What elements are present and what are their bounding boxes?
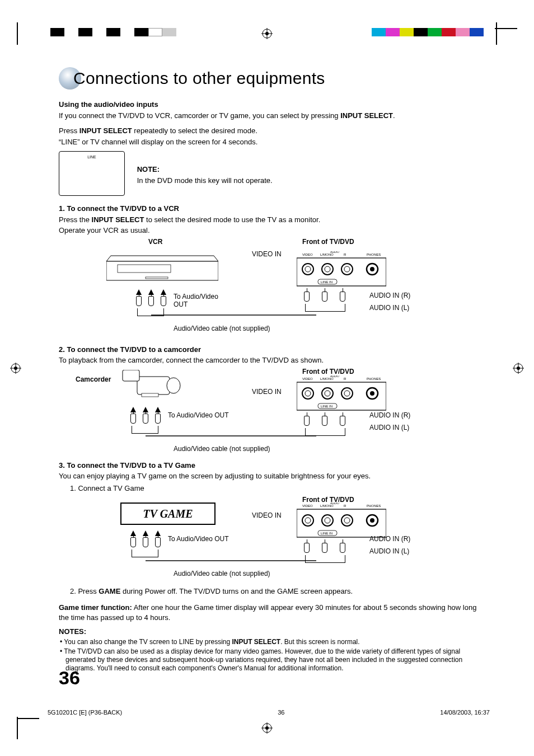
- svg-point-62: [344, 518, 350, 523]
- svg-text:AUDIO: AUDIO: [330, 251, 339, 253]
- page-title: Connections to other equipments: [73, 69, 325, 88]
- svg-point-23: [322, 264, 333, 275]
- svg-point-43: [322, 388, 333, 399]
- note-body: In the DVD mode this key will not operat…: [137, 176, 273, 186]
- label-audio-in-l-3: AUDIO IN (L): [369, 547, 409, 555]
- using-p2: Press INPUT SELECT repeatedly to select …: [59, 126, 481, 136]
- svg-marker-12: [106, 256, 218, 261]
- svg-point-11: [517, 367, 520, 370]
- sec3-p1: You can enjoy playing a TV game on the s…: [59, 471, 481, 481]
- svg-point-61: [341, 515, 353, 526]
- footer: 5G10201C [E] (P36-BACK) 36 14/08/2003, 1…: [48, 709, 490, 716]
- svg-text:AUDIO: AUDIO: [330, 375, 339, 378]
- sec2-p1: To playback from the camcorder, connect …: [59, 355, 481, 365]
- game-timer: Game timer function: After one hour the …: [59, 603, 481, 622]
- svg-point-44: [325, 391, 330, 396]
- label-to-av-out-3: To Audio/Video OUT: [168, 535, 229, 543]
- tvgame-box: TV GAME: [120, 503, 216, 525]
- svg-point-41: [302, 388, 313, 399]
- svg-text:AUDIO: AUDIO: [330, 503, 339, 505]
- sec3-step1: 1. Connect a TV Game: [70, 483, 481, 494]
- svg-point-22: [305, 266, 311, 272]
- label-audio-in-r: AUDIO IN (R): [369, 292, 410, 299]
- footer-right: 14/08/2003, 16:37: [440, 709, 490, 716]
- svg-point-21: [302, 264, 313, 275]
- tv-screen-illustration: LINE: [59, 151, 125, 196]
- panel-video: VIDEO: [302, 253, 313, 256]
- svg-rect-32: [123, 370, 139, 381]
- label-to-av-out: To Audio/Video OUT: [174, 293, 229, 308]
- sec1-p2: Operate your VCR as usual.: [59, 226, 481, 236]
- svg-point-60: [325, 518, 330, 523]
- label-audio-in-r-3: AUDIO IN (R): [369, 535, 410, 543]
- label-cable-note-3: Audio/Video cable (not supplied): [174, 570, 270, 577]
- using-p3: “LINE” or TV channel will display on the…: [59, 137, 481, 147]
- svg-point-7: [14, 367, 17, 370]
- heading-camcorder: 2. To connect the TV/DVD to a camcorder: [59, 345, 481, 355]
- svg-point-46: [344, 391, 350, 396]
- footer-left: 5G10201C [E] (P36-BACK): [48, 709, 122, 716]
- svg-text:VIDEO: VIDEO: [302, 504, 313, 508]
- svg-point-28: [370, 267, 374, 271]
- svg-text:VIDEO: VIDEO: [302, 377, 313, 381]
- label-to-av-out-2: To Audio/Video OUT: [168, 411, 229, 419]
- note-1: • You can also change the TV screen to L…: [60, 638, 481, 646]
- svg-rect-56: [297, 509, 386, 537]
- svg-rect-14: [118, 265, 171, 273]
- diagram-camcorder: Camcorder Front of TV/DVD VIDEO IN To Au…: [59, 368, 481, 457]
- svg-point-25: [341, 264, 353, 275]
- label-audio-in-l-2: AUDIO IN (L): [369, 424, 409, 431]
- label-video-in-3: VIDEO IN: [252, 511, 282, 519]
- sec1-p1: Press the INPUT SELECT to select the des…: [59, 215, 481, 225]
- label-cable-note: Audio/Video cable (not supplied): [174, 325, 270, 332]
- label-front-tvdvd: Front of TV/DVD: [302, 238, 354, 246]
- label-camcorder: Camcorder: [76, 375, 111, 383]
- heading-vcr: 1. To connect the TV/DVD to a VCR: [59, 204, 481, 214]
- svg-point-26: [344, 266, 350, 272]
- label-video-in: VIDEO IN: [252, 250, 282, 258]
- using-p1: If you connect the TV/DVD to VCR, camcor…: [59, 111, 481, 121]
- label-video-in-2: VIDEO IN: [252, 388, 282, 396]
- note-heading: NOTE:: [137, 165, 273, 175]
- svg-point-48: [370, 391, 374, 396]
- svg-point-24: [325, 266, 330, 272]
- svg-text:LINE IN: LINE IN: [321, 405, 332, 408]
- notes-heading: NOTES:: [59, 627, 481, 637]
- diagram-vcr: VCR Front of TV/DVD VIDEO IN To Audio/Vi…: [59, 238, 481, 341]
- label-front-tvdvd-2: Front of TV/DVD: [302, 368, 354, 375]
- svg-text:R: R: [344, 253, 346, 256]
- diagram-tvgame: Front of TV/DVD VIDEO IN TV GAME To Audi…: [59, 496, 481, 585]
- svg-text:PHONES: PHONES: [367, 504, 381, 508]
- svg-point-57: [302, 515, 313, 526]
- svg-rect-20: [297, 258, 386, 286]
- svg-point-42: [305, 391, 311, 396]
- label-vcr: VCR: [148, 238, 162, 246]
- heading-tvgame: 3. To connect the TV/DVD to a TV Game: [59, 461, 481, 471]
- label-audio-in-r-2: AUDIO IN (R): [369, 411, 410, 419]
- svg-text:LINE IN: LINE IN: [321, 532, 332, 535]
- svg-point-33: [167, 378, 180, 393]
- svg-point-3: [265, 32, 269, 35]
- svg-rect-34: [142, 393, 158, 397]
- svg-point-45: [341, 388, 353, 399]
- svg-rect-15: [146, 277, 168, 279]
- svg-text:PHONES: PHONES: [367, 253, 381, 256]
- heading-using-av: Using the audio/video inputs: [59, 100, 481, 110]
- svg-point-59: [322, 515, 333, 526]
- page-number: 36: [59, 667, 80, 689]
- footer-mid: 36: [278, 709, 284, 716]
- label-cable-note-2: Audio/Video cable (not supplied): [174, 445, 270, 453]
- note-2: • The TV/DVD can also be used as a displ…: [60, 647, 481, 673]
- svg-point-64: [370, 518, 374, 523]
- svg-rect-40: [297, 382, 386, 410]
- svg-text:PHONES: PHONES: [367, 377, 381, 381]
- svg-text:R: R: [344, 377, 346, 381]
- svg-rect-31: [137, 377, 170, 395]
- sec3-step2: 2. Press GAME during Power off. The TV/D…: [70, 586, 481, 597]
- label-audio-in-l: AUDIO IN (L): [369, 304, 409, 312]
- svg-point-58: [305, 518, 311, 523]
- svg-point-70: [265, 726, 269, 730]
- svg-text:R: R: [344, 504, 346, 508]
- svg-text:LINE IN: LINE IN: [321, 280, 332, 284]
